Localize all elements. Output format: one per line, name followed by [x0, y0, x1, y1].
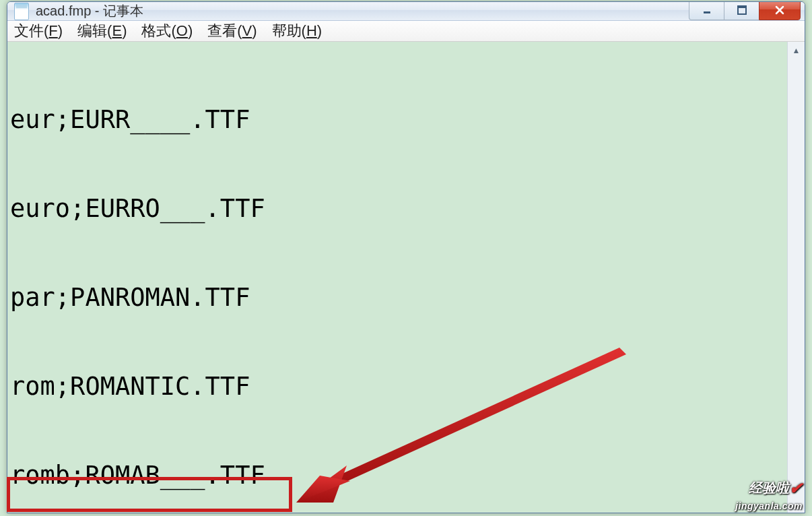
text-line: par;PANROMAN.TTF	[10, 283, 784, 313]
notepad-icon	[14, 3, 29, 20]
text-line: eur;EURR____.TTF	[10, 105, 784, 135]
maximize-button[interactable]	[724, 1, 759, 20]
menu-format[interactable]: 格式(O)	[141, 21, 193, 41]
scroll-up-icon[interactable]: ▲	[789, 43, 804, 58]
text-line: euro;EURRO___.TTF	[10, 194, 784, 224]
titlebar[interactable]: acad.fmp - 记事本	[7, 2, 805, 21]
watermark-text: 经验啦	[749, 480, 789, 495]
client-area: eur;EURR____.TTF euro;EURRO___.TTF par;P…	[7, 42, 805, 513]
watermark: 经验啦✔ jingyanla.com	[735, 480, 803, 512]
minimize-button[interactable]	[689, 1, 724, 20]
menu-help[interactable]: 帮助(H)	[272, 21, 323, 41]
menu-view[interactable]: 查看(V)	[207, 21, 257, 41]
menubar: 文件(F) 编辑(E) 格式(O) 查看(V) 帮助(H)	[7, 21, 805, 42]
text-area[interactable]: eur;EURR____.TTF euro;EURRO___.TTF par;P…	[7, 42, 787, 513]
scroll-track[interactable]	[789, 58, 804, 513]
text-line: romb;ROMAB___.TTF	[10, 461, 784, 490]
checkmark-icon: ✔	[789, 479, 803, 497]
vertical-scrollbar[interactable]: ▲ ▼	[787, 42, 805, 513]
text-line: rom;ROMANTIC.TTF	[10, 372, 784, 401]
menu-file[interactable]: 文件(F)	[14, 21, 63, 41]
window-title: acad.fmp - 记事本	[36, 2, 689, 20]
watermark-url: jingyanla.com	[735, 501, 803, 511]
window-controls	[689, 3, 801, 20]
svg-rect-0	[704, 11, 710, 13]
close-button[interactable]	[759, 1, 801, 20]
menu-edit[interactable]: 编辑(E)	[77, 21, 127, 41]
svg-rect-2	[738, 6, 746, 8]
notepad-window: acad.fmp - 记事本 文件(F) 编辑(E) 格式(O) 查看(V) 帮…	[7, 1, 805, 513]
